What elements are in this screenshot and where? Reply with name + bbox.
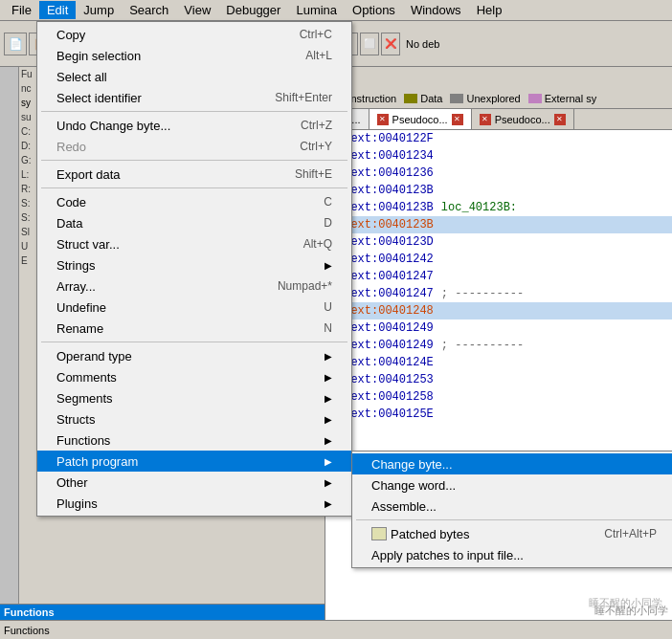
menu-array-label: Array... <box>56 279 258 294</box>
debug-btn-3[interactable]: ❌ <box>381 33 400 55</box>
menu-sep-4 <box>41 342 347 342</box>
menu-begin-selection-shortcut: Alt+L <box>305 49 332 62</box>
menu-sep-3 <box>41 187 347 188</box>
menu-lumina[interactable]: Lumina <box>288 1 345 19</box>
tab-close-2[interactable]: ✕ <box>480 114 491 125</box>
menu-jump[interactable]: Jump <box>76 1 122 19</box>
code-line-11: .text:00401248 <box>325 302 672 320</box>
edit-menu-dropdown: Copy Ctrl+C Begin selection Alt+L Select… <box>36 21 352 517</box>
menu-select-identifier[interactable]: Select identifier Shift+Enter <box>37 87 351 108</box>
menu-array-shortcut: Numpad+* <box>278 279 332 293</box>
menu-segments[interactable]: Segments ▶ <box>37 387 351 408</box>
menu-code-label: Code <box>56 195 304 209</box>
patch-apply-patches-label: Apply patches to input file... <box>371 548 657 562</box>
patch-change-word-label: Change word... <box>371 478 657 493</box>
code-line-8: .text:00401242 <box>325 251 672 268</box>
patch-change-word[interactable]: Change word... <box>352 474 672 496</box>
menu-sep-2 <box>41 160 347 161</box>
menu-select-all[interactable]: Select all <box>37 66 351 87</box>
menu-structs[interactable]: Structs ▶ <box>37 408 351 430</box>
menu-undefine[interactable]: Undefine U <box>37 297 351 318</box>
menu-plugins-label: Plugins <box>56 496 321 511</box>
menu-options[interactable]: Options <box>345 1 403 19</box>
menu-comments-arrow: ▶ <box>325 372 332 383</box>
menu-data[interactable]: Data D <box>37 212 351 233</box>
status-bar: Functions <box>0 620 672 639</box>
menu-code-shortcut: C <box>324 195 332 209</box>
tab-pseudocode-2[interactable]: ✕ Pseudoco... ✕ <box>472 109 574 129</box>
menu-copy[interactable]: Copy Ctrl+C <box>37 24 351 45</box>
menu-other[interactable]: Other ▶ <box>37 472 351 493</box>
code-line-14: .text:0040124E <box>325 354 672 371</box>
code-line-10: .text:00401247 ; ---------- <box>325 285 672 302</box>
menu-redo[interactable]: Redo Ctrl+Y <box>37 136 351 157</box>
patched-bytes-icon <box>371 527 387 540</box>
menu-begin-selection[interactable]: Begin selection Alt+L <box>37 45 351 66</box>
toolbar-btn-1[interactable]: 📄 <box>4 33 27 55</box>
menu-plugins[interactable]: Plugins ▶ <box>37 493 351 514</box>
menu-struct-var[interactable]: Struct var... Alt+Q <box>37 233 351 254</box>
menu-array[interactable]: Array... Numpad+* <box>37 275 351 297</box>
menu-segments-label: Segments <box>56 391 321 406</box>
menu-patch-program-label: Patch program <box>56 454 321 469</box>
menu-patch-program[interactable]: Patch program ▶ <box>37 451 351 472</box>
code-line-12: .text:00401249 <box>325 320 672 337</box>
menu-edit[interactable]: Edit <box>39 1 76 19</box>
menu-strings-label: Strings <box>56 258 321 273</box>
patch-patched-bytes[interactable]: Patched bytes Ctrl+Alt+P <box>352 523 672 544</box>
menu-strings-arrow: ▶ <box>325 260 332 271</box>
code-line-5: .text:0040123B loc_40123B: <box>325 199 672 216</box>
tab-close-icon-1[interactable]: ✕ <box>452 114 463 125</box>
menu-select-all-label: Select all <box>56 70 313 84</box>
seg-instruction-label: .instruction <box>346 93 396 104</box>
menu-select-identifier-label: Select identifier <box>56 91 256 105</box>
code-line-2: .text:00401234 <box>325 147 672 165</box>
menu-copy-label: Copy <box>56 28 280 42</box>
right-toolbar: ▶ ⬜ ❌ No deb <box>325 21 672 67</box>
menu-file[interactable]: File <box>4 1 39 19</box>
menu-functions[interactable]: Functions ▶ <box>37 430 351 451</box>
patch-sep-1 <box>356 519 672 520</box>
patch-assemble-label: Assemble... <box>371 499 657 514</box>
screen-watermark: 睡不醒的小同学 <box>594 604 668 618</box>
code-tabs: A Vi... ✕ Pseudoco... ✕ ✕ Pseudoco... ✕ <box>325 109 672 130</box>
menu-operand-type[interactable]: Operand type ▶ <box>37 345 351 366</box>
functions-panel: Functions <box>0 604 325 620</box>
code-line-7: .text:0040123D <box>325 233 672 251</box>
menu-search[interactable]: Search <box>122 1 176 19</box>
menu-export-data[interactable]: Export data Shift+E <box>37 164 351 185</box>
functions-panel-title: Functions <box>0 605 325 620</box>
menu-comments[interactable]: Comments ▶ <box>37 366 351 387</box>
menu-view[interactable]: View <box>176 1 218 19</box>
patch-change-byte[interactable]: Change byte... <box>352 453 672 474</box>
menu-patch-program-arrow: ▶ <box>325 456 332 467</box>
debug-btn-2[interactable]: ⬜ <box>360 33 379 55</box>
menu-redo-shortcut: Ctrl+Y <box>300 140 332 153</box>
seg-data: Data <box>404 93 442 104</box>
menu-undo-change[interactable]: Undo Change byte... Ctrl+Z <box>37 115 351 136</box>
seg-unexplored-label: Unexplored <box>466 93 520 104</box>
menu-help[interactable]: Help <box>469 1 510 19</box>
menu-rename[interactable]: Rename N <box>37 318 351 339</box>
menu-debugger[interactable]: Debugger <box>218 1 288 19</box>
menu-segments-arrow: ▶ <box>325 393 332 404</box>
menu-undo-shortcut: Ctrl+Z <box>301 119 332 132</box>
menubar: File Edit Jump Search View Debugger Lumi… <box>0 0 672 21</box>
menu-undefine-label: Undefine <box>56 300 304 315</box>
menu-plugins-arrow: ▶ <box>325 498 332 509</box>
seg-data-label: Data <box>420 93 442 104</box>
code-line-4: .text:0040123B <box>325 182 672 199</box>
patch-apply-patches[interactable]: Apply patches to input file... <box>352 544 672 565</box>
tab-close-1[interactable]: ✕ <box>377 114 389 125</box>
menu-windows[interactable]: Windows <box>403 1 469 19</box>
menu-data-shortcut: D <box>324 216 332 230</box>
menu-comments-label: Comments <box>56 370 321 385</box>
seg-external: External sy <box>528 93 596 104</box>
menu-struct-var-shortcut: Alt+Q <box>303 237 332 251</box>
tab-close-icon-2[interactable]: ✕ <box>554 114 566 125</box>
tab-pseudocode-1[interactable]: ✕ Pseudoco... ✕ <box>370 109 472 129</box>
menu-code[interactable]: Code C <box>37 191 351 212</box>
patch-assemble[interactable]: Assemble... <box>352 496 672 517</box>
menu-strings[interactable]: Strings ▶ <box>37 254 351 275</box>
menu-data-label: Data <box>56 216 304 231</box>
